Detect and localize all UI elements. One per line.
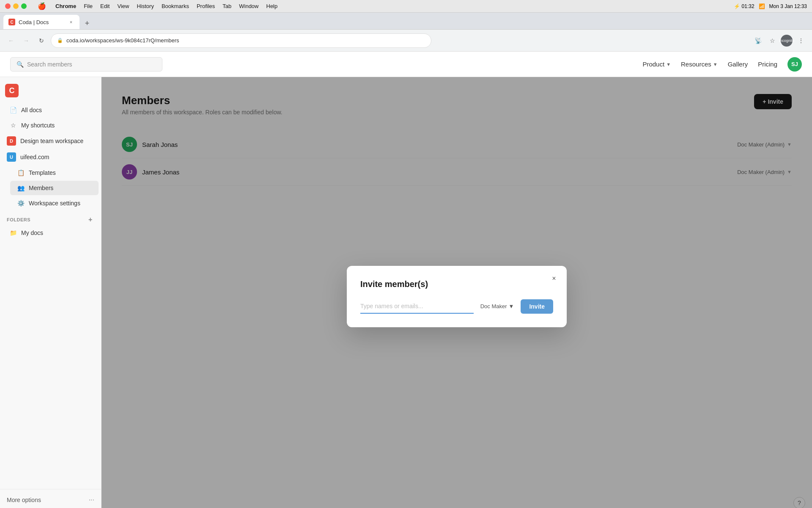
role-dropdown-chevron: ▼ — [509, 303, 514, 309]
sidebar-item-workspace-settings[interactable]: ⚙️ Workspace settings — [10, 196, 99, 210]
workspace-uifeed[interactable]: U uifeed.com — [0, 149, 101, 165]
menu-history[interactable]: History — [137, 3, 154, 9]
top-nav-links: Product ▼ Resources ▼ Gallery Pricing SJ — [642, 57, 802, 72]
menu-view[interactable]: View — [117, 3, 129, 9]
incognito-avatar[interactable]: Incognito — [781, 35, 793, 47]
nav-product-label: Product — [642, 61, 664, 68]
modal-title: Invite member(s) — [360, 279, 553, 289]
my-shortcuts-label: My shortcuts — [21, 122, 55, 129]
workspace-design-avatar: D — [7, 136, 16, 146]
folders-section-label: FOLDERS + — [0, 211, 101, 225]
my-docs-label: My docs — [21, 229, 43, 236]
sidebar: C 📄 All docs ☆ My shortcuts D Design tea… — [0, 77, 102, 508]
menu-help[interactable]: Help — [266, 3, 278, 9]
workspace-uifeed-label: uifeed.com — [20, 154, 49, 160]
nav-pricing-label: Pricing — [758, 61, 777, 68]
traffic-light-yellow[interactable] — [13, 3, 19, 9]
more-options-label: More options — [7, 497, 41, 503]
more-button[interactable]: ⋮ — [795, 35, 807, 47]
menu-bookmarks[interactable]: Bookmarks — [162, 3, 189, 9]
user-initials: SJ — [791, 61, 798, 67]
address-bar[interactable]: 🔒 coda.io/workspaces/ws-9k084c17rQ/membe… — [51, 33, 431, 48]
traffic-light-green[interactable] — [21, 3, 27, 9]
menu-profiles[interactable]: Profiles — [197, 3, 215, 9]
modal-close-button[interactable]: × — [548, 273, 560, 284]
chrome-tab[interactable]: C Coda | Docs × — [3, 15, 80, 29]
sidebar-item-my-shortcuts[interactable]: ☆ My shortcuts — [3, 118, 99, 133]
more-options-row[interactable]: More options ··· — [0, 493, 101, 507]
search-placeholder-text: Search members — [27, 61, 72, 68]
url-text: coda.io/workspaces/ws-9k084c17rQ/members — [66, 37, 425, 44]
clock: Mon 3 Jan 12:33 — [769, 3, 807, 9]
user-avatar[interactable]: SJ — [787, 57, 802, 72]
templates-icon: 📋 — [17, 169, 25, 177]
sidebar-bottom: More options ··· — [0, 489, 101, 508]
coda-logo[interactable]: C — [5, 84, 19, 97]
menu-tab[interactable]: Tab — [222, 3, 231, 9]
mac-menubar: 🍎 Chrome File Edit View History Bookmark… — [0, 0, 812, 13]
menu-file[interactable]: File — [84, 3, 93, 9]
my-shortcuts-icon: ☆ — [9, 121, 17, 129]
search-icon: 🔍 — [16, 61, 24, 68]
menu-chrome[interactable]: Chrome — [55, 3, 76, 9]
sidebar-item-members[interactable]: 👥 Members — [10, 181, 99, 195]
workspace-design-team[interactable]: D Design team workspace — [0, 133, 101, 149]
search-members-bar[interactable]: 🔍 Search members — [10, 57, 162, 72]
apple-logo: 🍎 — [38, 2, 46, 10]
menu-edit[interactable]: Edit — [100, 3, 110, 9]
invite-email-input[interactable] — [360, 299, 474, 314]
menubar-right: ⚡ 01:32 📶 Mon 3 Jan 12:33 — [734, 3, 807, 9]
top-nav: 🔍 Search members Product ▼ Resources ▼ G… — [0, 52, 812, 77]
bookmark-icon[interactable]: ☆ — [766, 35, 778, 47]
all-docs-icon: 📄 — [9, 106, 17, 114]
templates-label: Templates — [29, 169, 56, 176]
battery-status: ⚡ 01:32 — [734, 3, 754, 9]
sidebar-item-all-docs[interactable]: 📄 All docs — [3, 103, 99, 117]
nav-pricing[interactable]: Pricing — [758, 61, 777, 68]
addressbar-right-actions: 📡 ☆ Incognito ⋮ — [752, 35, 807, 47]
invite-modal: Invite member(s) × Doc Maker ▼ Invite — [347, 266, 567, 327]
more-options-dots[interactable]: ··· — [89, 496, 94, 504]
modal-overlay: Invite member(s) × Doc Maker ▼ Invite — [102, 77, 812, 508]
role-dropdown-label: Doc Maker — [480, 303, 507, 309]
traffic-light-red[interactable] — [5, 3, 11, 9]
content-area: Members All members of this workspace. R… — [102, 77, 812, 508]
wifi-icon: 📶 — [759, 3, 765, 9]
members-label: Members — [29, 185, 53, 191]
menu-window[interactable]: Window — [239, 3, 258, 9]
workspace-design-label: Design team workspace — [20, 138, 83, 144]
folders-label: FOLDERS — [7, 217, 30, 222]
traffic-lights — [5, 3, 27, 9]
close-tab-button[interactable]: × — [68, 19, 74, 25]
modal-invite-button[interactable]: Invite — [521, 299, 553, 314]
workspace-uifeed-avatar: U — [7, 152, 16, 162]
new-tab-button[interactable]: + — [81, 17, 93, 29]
sidebar-item-my-docs[interactable]: 📁 My docs — [3, 226, 99, 240]
nav-resources[interactable]: Resources ▼ — [681, 61, 718, 68]
nav-product[interactable]: Product ▼ — [642, 61, 671, 68]
chrome-tabbar: C Coda | Docs × + — [0, 13, 812, 30]
tab-title: Coda | Docs — [19, 19, 49, 25]
sidebar-item-templates[interactable]: 📋 Templates — [10, 166, 99, 180]
main-layout: C 📄 All docs ☆ My shortcuts D Design tea… — [0, 77, 812, 508]
members-icon: 👥 — [17, 184, 25, 192]
incognito-label: Incognito — [779, 39, 795, 43]
nav-gallery-label: Gallery — [728, 61, 748, 68]
my-docs-icon: 📁 — [9, 229, 17, 237]
lock-icon: 🔒 — [57, 38, 63, 43]
cast-icon[interactable]: 📡 — [752, 35, 764, 47]
forward-button[interactable]: → — [20, 35, 32, 47]
role-dropdown[interactable]: Doc Maker ▼ — [477, 301, 518, 312]
tab-favicon: C — [8, 19, 15, 25]
chrome-addressbar: ← → ↻ 🔒 coda.io/workspaces/ws-9k084c17rQ… — [0, 30, 812, 52]
nav-resources-label: Resources — [681, 61, 711, 68]
workspace-settings-label: Workspace settings — [29, 200, 80, 207]
nav-resources-chevron: ▼ — [713, 62, 718, 67]
add-folder-button[interactable]: + — [87, 216, 94, 224]
back-button[interactable]: ← — [5, 35, 17, 47]
nav-product-chevron: ▼ — [666, 62, 671, 67]
workspace-settings-icon: ⚙️ — [17, 199, 25, 207]
modal-inputs: Doc Maker ▼ Invite — [360, 299, 553, 314]
reload-button[interactable]: ↻ — [36, 35, 47, 47]
nav-gallery[interactable]: Gallery — [728, 61, 748, 68]
